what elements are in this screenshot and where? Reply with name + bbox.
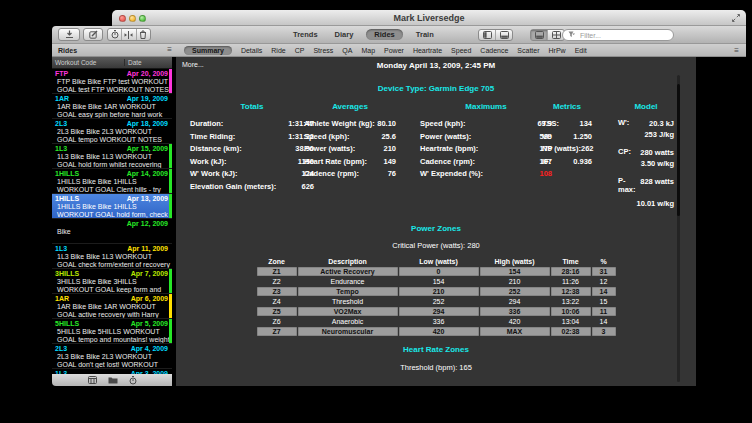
ride-list-item[interactable]: 2L3Apr 18, 2009 2L3 Bike Bike 2L3 WORKOU…	[52, 119, 172, 144]
tab-qa[interactable]: QA	[342, 47, 352, 54]
import-ride-button[interactable]	[58, 28, 80, 41]
ride-list-item[interactable]: 1HILLSApr 14, 2009 1HILLS Bike Bike 1HIL…	[52, 169, 172, 194]
ride-list-item[interactable]: 1ARApr 6, 2009 1AR Bike Bike 1AR WORKOUT…	[52, 294, 172, 319]
sidebar-bottom-toolbar	[52, 374, 172, 386]
ride-list: Workout Code Date FTPApr 20, 2009 FTP Bi…	[52, 57, 172, 374]
view-tab-diary[interactable]: Diary	[331, 29, 358, 40]
ride-desc: GOAL hold form whilst recovering	[55, 161, 168, 169]
window-titlebar[interactable]: Mark Liversedge	[112, 10, 746, 26]
stat-row: Work (kJ):1150	[190, 156, 314, 169]
power-zone-row: Z2Endurance15421011:2612	[257, 277, 616, 286]
toggle-left-panel-button[interactable]	[479, 30, 496, 40]
sidebar-toggle-group	[478, 29, 513, 41]
ride-code: 5HILLS	[55, 320, 79, 328]
stat-row: IF:0.936	[542, 156, 592, 169]
ride-desc: 1AR Bike Bike 1AR WORKOUT	[55, 103, 168, 111]
ride-color-stripe	[169, 344, 172, 368]
ride-date: Apr 13, 2009	[127, 195, 168, 203]
ride-list-item[interactable]: 1L3Apr 15, 2009 1L3 Bike Bike 1L3 WORKOU…	[52, 144, 172, 169]
ride-desc: 1L3 Bike Bike 1L3 WORKOUT	[55, 253, 168, 261]
view-tab-rides[interactable]: Rides	[366, 29, 402, 40]
tab-details[interactable]: Details	[241, 47, 262, 54]
ride-list-item[interactable]: Apr 12, 2009 Bike	[52, 219, 172, 244]
tab-power[interactable]: Power	[384, 47, 404, 54]
ride-desc: 5HILLS Bike 5HILLS WORKOUT	[55, 328, 168, 336]
ride-desc: GOAL easy spin before hard work	[55, 111, 168, 119]
sidebar-header-section: Rides ≡	[52, 46, 176, 54]
ride-list-item[interactable]: FTPApr 20, 2009 FTP Bike Bike FTP test W…	[52, 69, 172, 94]
ride-list-header[interactable]: Workout Code Date	[52, 57, 172, 69]
averages-section: Averages Athlete Weight (kg):80.10 Speed…	[304, 102, 396, 181]
tab-stress[interactable]: Stress	[313, 47, 333, 54]
ride-color-stripe	[169, 219, 172, 243]
tab-cp[interactable]: CP	[295, 47, 305, 54]
metrics-title: Metrics	[542, 102, 592, 111]
analysis-tabs: Summary Details Ride CP Stress QA Map Po…	[176, 46, 587, 55]
folder-icon[interactable]	[108, 376, 118, 384]
ride-desc: GOAL don't get lost! WORKOUT	[55, 361, 168, 369]
summary-scrollbar[interactable]	[677, 75, 680, 382]
power-zone-row: Z4Threshold25229413:2215	[257, 297, 616, 306]
stat-row: TSS:134	[542, 118, 592, 131]
ride-desc: GOAL test FTP WORKOUT NOTES	[55, 86, 168, 94]
filter-input[interactable]	[578, 31, 662, 40]
ride-list-item[interactable]: 1ARApr 19, 2009 1AR Bike Bike 1AR WORKOU…	[52, 94, 172, 119]
tab-speed[interactable]: Speed	[451, 47, 471, 54]
maximums-title: Maximums	[420, 102, 552, 111]
ride-color-stripe	[169, 319, 172, 343]
stat-row: Cadence (rpm):76	[304, 168, 396, 181]
ride-list-item[interactable]: 3HILLSApr 7, 2009 3HILLS Bike Bike 3HILL…	[52, 269, 172, 294]
view-tab-train[interactable]: Train	[412, 29, 438, 40]
ride-desc: GOAL check form/extent of recovery	[55, 261, 168, 269]
device-type-heading: Device Type: Garmin Edge 705	[176, 84, 696, 93]
tab-ride[interactable]: Ride	[271, 47, 285, 54]
calendar-icon[interactable]	[88, 376, 97, 384]
tabbar-menu-icon[interactable]: ≡	[734, 46, 739, 55]
ride-date: Apr 18, 2009	[127, 120, 168, 128]
heart-rate-zones-title: Heart Rate Zones	[176, 345, 696, 354]
tab-edit[interactable]: Edit	[575, 47, 587, 54]
tab-cadence[interactable]: Cadence	[480, 47, 508, 54]
layout-toggle-group	[530, 29, 565, 41]
tab-scatter[interactable]: Scatter	[517, 47, 539, 54]
ride-list-item[interactable]: 5HILLSApr 5, 2009 5HILLS Bike 5HILLS WOR…	[52, 319, 172, 344]
analysis-tabbar: Rides ≡ Summary Details Ride CP Stress Q…	[52, 44, 746, 57]
sidebar-menu-icon[interactable]: ≡	[167, 46, 172, 54]
ride-desc: 3HILLS Bike Bike 3HILLS	[55, 278, 168, 286]
panel-left-icon	[483, 31, 492, 39]
tiles-icon	[552, 31, 561, 39]
ride-list-item[interactable]: 2L3Apr 4, 2009 2L3 Bike Bike 2L3 WORKOUT…	[52, 344, 172, 369]
stat-row: Athlete Weight (kg):80.10	[304, 118, 396, 131]
stopwatch-button[interactable]	[108, 29, 122, 40]
ride-color-stripe	[169, 94, 172, 118]
power-zones-header-row: Zone Description Low (watts) High (watts…	[257, 258, 616, 266]
tab-hrpw[interactable]: HrPw	[549, 47, 566, 54]
model-section: Model W': 20.3 kJ253 J/kg CP: 280 watts3…	[618, 102, 674, 216]
single-view-button[interactable]	[531, 30, 548, 40]
column-workout-code[interactable]: Workout Code	[52, 59, 124, 66]
power-zones-title: Power Zones	[176, 224, 696, 233]
panel-bottom-icon	[535, 31, 544, 39]
power-zone-row: Z5VO2Max29433610:0611	[257, 307, 616, 316]
tab-heartrate[interactable]: Heartrate	[413, 47, 442, 54]
power-zone-row: Z1Active Recovery015428:1631	[257, 267, 616, 276]
ride-date: Apr 11, 2009	[127, 245, 168, 253]
view-tab-trends[interactable]: Trends	[289, 29, 322, 40]
column-date[interactable]: Date	[124, 59, 142, 66]
filter-field[interactable]	[562, 29, 674, 41]
resize-icon[interactable]	[731, 13, 741, 23]
ride-list-item-selected[interactable]: 1HILLSApr 13, 2009 1HILLS Bike Bike 1HIL…	[52, 194, 172, 219]
ride-date: Apr 15, 2009	[127, 145, 168, 153]
delete-ride-button[interactable]	[137, 29, 150, 40]
stopwatch-icon[interactable]	[129, 376, 137, 385]
ride-date: Apr 7, 2009	[131, 270, 168, 278]
split-ride-button[interactable]	[122, 29, 136, 40]
power-zones-section: Power Zones Critical Power (watts): 280 …	[176, 224, 696, 337]
toggle-bottom-panel-button[interactable]	[496, 30, 512, 40]
scrollbar-thumb[interactable]	[677, 84, 680, 216]
ride-list-item[interactable]: 1L3Apr 11, 2009 1L3 Bike Bike 1L3 WORKOU…	[52, 244, 172, 269]
manual-entry-button[interactable]	[83, 28, 103, 41]
tab-map[interactable]: Map	[361, 47, 375, 54]
ride-code: 1L3	[55, 145, 67, 153]
tab-summary[interactable]: Summary	[184, 46, 232, 55]
